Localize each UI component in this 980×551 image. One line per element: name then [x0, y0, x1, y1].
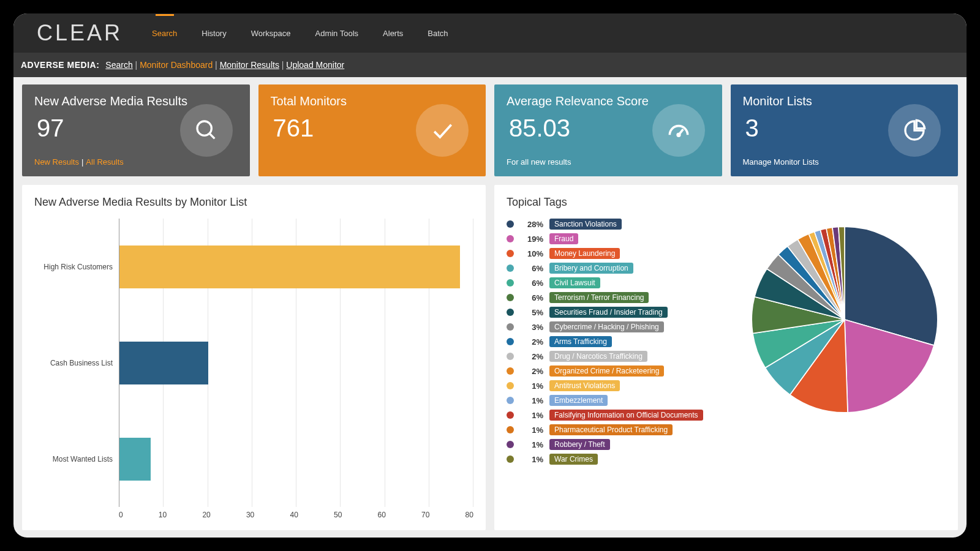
- tag-pct: 6%: [520, 279, 543, 288]
- tag-row[interactable]: 1%Embezzlement: [507, 395, 731, 406]
- tag-dot-icon: [507, 309, 514, 316]
- bar-x-tick: 50: [334, 511, 342, 519]
- tag-dot-icon: [507, 264, 514, 272]
- topnav-alerts[interactable]: Alerts: [382, 14, 404, 53]
- svg-line-1: [209, 133, 214, 138]
- tag-label: Pharmaceutical Product Trafficking: [549, 424, 673, 435]
- bar-y-label: High Risk Customers: [34, 263, 113, 271]
- metric-card-2[interactable]: Total Monitors761: [258, 84, 486, 176]
- search-icon: [180, 104, 233, 157]
- tag-row[interactable]: 5%Securities Fraud / Insider Trading: [507, 307, 731, 318]
- bar-x-tick: 20: [202, 511, 210, 519]
- check-icon: [416, 104, 469, 157]
- card-subtext: For all new results: [507, 157, 571, 167]
- tag-dot-icon: [507, 353, 514, 360]
- tag-row[interactable]: 2%Drug / Narcotics Trafficking: [507, 351, 731, 362]
- topnav-workspace[interactable]: Workspace: [250, 14, 292, 53]
- tags-panel: Topical Tags 28%Sanction Violations19%Fr…: [494, 185, 958, 530]
- gauge-icon: [652, 104, 705, 157]
- tag-label: Falsifying Information on Official Docum…: [549, 410, 703, 421]
- bar-chart-panel: New Adverse Media Results by Monitor Lis…: [22, 185, 486, 530]
- metric-card-3[interactable]: Average Relevance Score85.03For all new …: [494, 84, 722, 176]
- tag-pct: 2%: [520, 367, 543, 376]
- subnav-upload-monitor[interactable]: Upload Monitor: [286, 60, 344, 70]
- topnav-history[interactable]: History: [200, 14, 227, 53]
- bar-x-tick: 10: [159, 511, 167, 519]
- top-bar: CLEAR SearchHistoryWorkspaceAdmin ToolsA…: [13, 13, 967, 53]
- tag-label: Securities Fraud / Insider Trading: [549, 307, 668, 318]
- tag-row[interactable]: 6%Bribery and Corruption: [507, 263, 731, 274]
- bar-x-tick: 60: [378, 511, 386, 519]
- tag-pct: 19%: [520, 234, 543, 244]
- tag-pct: 28%: [520, 220, 543, 229]
- tag-row[interactable]: 1%War Crimes: [507, 454, 731, 465]
- tag-dot-icon: [507, 397, 514, 404]
- bar-x-tick: 30: [246, 511, 254, 519]
- tag-row[interactable]: 6%Terrorism / Terror Financing: [507, 292, 731, 303]
- tag-label: War Crimes: [549, 454, 598, 465]
- tag-row[interactable]: 1%Robbery / Theft: [507, 439, 731, 450]
- tag-label: Money Laundering: [549, 248, 620, 259]
- tag-label: Civil Lawsuit: [549, 277, 600, 288]
- metric-card-4[interactable]: Monitor Lists3Manage Monitor Lists: [731, 84, 959, 176]
- topnav-admin-tools[interactable]: Admin Tools: [314, 14, 360, 53]
- tag-pct: 1%: [520, 381, 543, 391]
- tag-row[interactable]: 2%Organized Crime / Racketeering: [507, 365, 731, 377]
- tag-dot-icon: [507, 441, 514, 448]
- tag-pct: 1%: [520, 455, 543, 464]
- tag-label: Organized Crime / Racketeering: [549, 365, 664, 377]
- tag-row[interactable]: 3%Cybercrime / Hacking / Phishing: [507, 321, 731, 332]
- tag-label: Robbery / Theft: [549, 439, 610, 450]
- bar-y-label: Most Wanted Lists: [34, 455, 113, 463]
- card-link[interactable]: All Results: [86, 157, 123, 167]
- tag-row[interactable]: 2%Arms Trafficking: [507, 336, 731, 347]
- tag-row[interactable]: 1%Pharmaceutical Product Trafficking: [507, 424, 731, 435]
- tag-pct: 1%: [520, 440, 543, 449]
- tag-label: Fraud: [549, 233, 578, 244]
- svg-point-3: [677, 134, 680, 137]
- bar-x-tick: 70: [421, 511, 429, 519]
- top-nav: SearchHistoryWorkspaceAdmin ToolsAlertsB…: [151, 14, 450, 53]
- bar-x-tick: 0: [119, 511, 123, 519]
- brand-logo: CLEAR: [21, 20, 138, 46]
- tag-label: Sanction Violations: [549, 219, 622, 230]
- tag-pct: 3%: [520, 323, 543, 332]
- subnav-monitor-dashboard[interactable]: Monitor Dashboard: [140, 60, 213, 70]
- tag-dot-icon: [507, 235, 514, 242]
- tag-pct: 6%: [520, 264, 543, 273]
- tag-dot-icon: [507, 323, 514, 331]
- tag-pct: 1%: [520, 411, 543, 420]
- tag-label: Bribery and Corruption: [549, 263, 633, 274]
- tag-label: Terrorism / Terror Financing: [549, 292, 649, 303]
- tag-dot-icon: [507, 411, 514, 419]
- tag-row[interactable]: 1%Falsifying Information on Official Doc…: [507, 410, 731, 421]
- card-link[interactable]: New Results: [34, 157, 79, 167]
- metric-card-1[interactable]: New Adverse Media Results97New Results|A…: [22, 84, 250, 176]
- tag-dot-icon: [507, 426, 514, 433]
- subnav-search[interactable]: Search: [105, 60, 132, 70]
- tag-row[interactable]: 1%Antitrust Violations: [507, 380, 731, 391]
- sub-nav: ADVERSE MEDIA: Search | Monitor Dashboar…: [13, 53, 967, 77]
- tag-row[interactable]: 28%Sanction Violations: [507, 219, 731, 230]
- tag-pct: 1%: [520, 396, 543, 405]
- bar-x-tick: 80: [466, 511, 473, 519]
- tag-dot-icon: [507, 367, 514, 375]
- card-subtext: Manage Monitor Lists: [743, 157, 819, 167]
- tag-pct: 6%: [520, 293, 543, 302]
- bar-x-tick: 40: [290, 511, 298, 519]
- svg-point-0: [197, 121, 211, 135]
- tag-row[interactable]: 10%Money Laundering: [507, 248, 731, 259]
- subnav-monitor-results[interactable]: Monitor Results: [220, 60, 279, 70]
- tag-dot-icon: [507, 250, 514, 257]
- tag-row[interactable]: 19%Fraud: [507, 233, 731, 244]
- bar: [119, 246, 460, 288]
- tag-label: Arms Trafficking: [549, 336, 612, 347]
- tags-title: Topical Tags: [507, 196, 946, 209]
- topnav-search[interactable]: Search: [151, 14, 178, 53]
- tag-row[interactable]: 6%Civil Lawsuit: [507, 277, 731, 288]
- tag-pct: 5%: [520, 308, 543, 317]
- topnav-batch[interactable]: Batch: [426, 14, 449, 53]
- tag-dot-icon: [507, 338, 514, 345]
- tag-label: Cybercrime / Hacking / Phishing: [549, 321, 664, 332]
- tag-pct: 2%: [520, 352, 543, 361]
